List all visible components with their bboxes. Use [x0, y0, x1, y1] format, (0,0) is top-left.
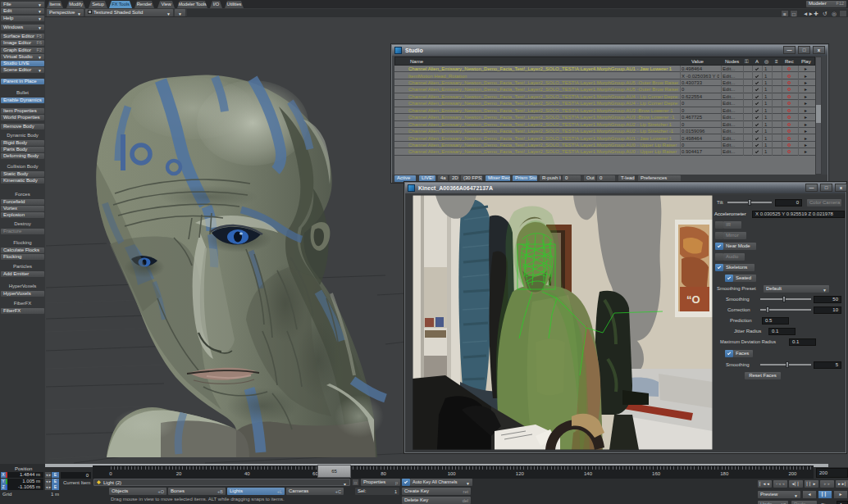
svg-text:“O: “O [686, 293, 700, 306]
